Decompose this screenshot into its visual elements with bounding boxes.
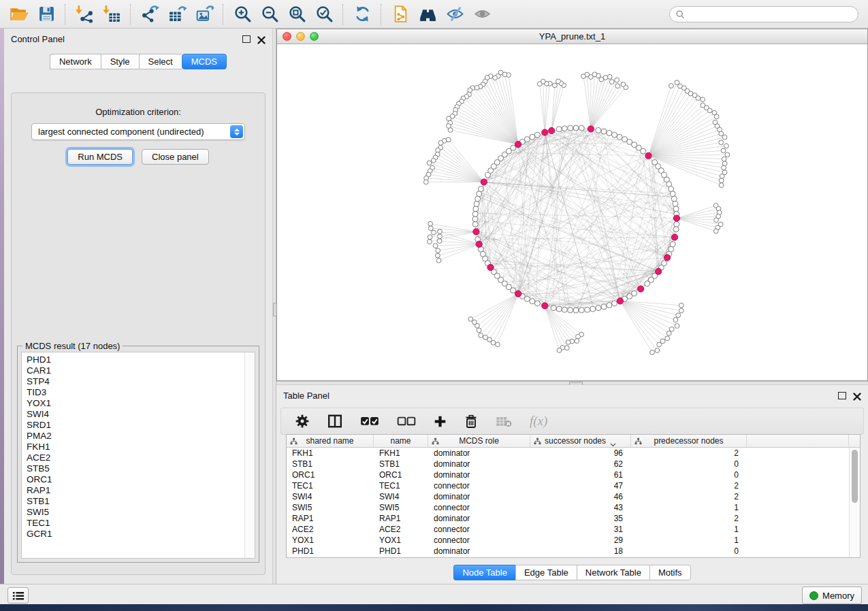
network-node[interactable] (665, 336, 670, 341)
network-hub-node[interactable] (656, 268, 662, 274)
tab-select[interactable]: Select (139, 54, 182, 69)
network-node[interactable] (472, 222, 478, 227)
export-network-icon[interactable] (136, 2, 163, 27)
network-node[interactable] (576, 334, 581, 339)
network-node[interactable] (666, 331, 671, 336)
network-node[interactable] (714, 218, 719, 222)
network-node[interactable] (436, 248, 440, 253)
network-node[interactable] (590, 306, 596, 312)
column-header-name[interactable]: name (374, 435, 428, 447)
deselect-all-icon[interactable] (397, 413, 416, 429)
network-node[interactable] (673, 318, 678, 323)
tab-node-table[interactable]: Node Table (453, 565, 515, 580)
tab-mcds[interactable]: MCDS (182, 54, 227, 69)
network-node[interactable] (609, 80, 614, 84)
float-panel-icon[interactable] (242, 35, 251, 43)
network-node[interactable] (674, 222, 679, 227)
table-row[interactable]: ACE2ACE2connector311 (287, 524, 850, 535)
network-node[interactable] (701, 97, 705, 102)
column-header-successor-nodes[interactable]: successor nodes (530, 435, 631, 447)
save-session-icon[interactable] (33, 2, 60, 27)
network-hub-node[interactable] (476, 241, 482, 247)
panel-menu-button[interactable] (7, 587, 29, 604)
memory-button[interactable]: Memory (802, 587, 862, 604)
network-node[interactable] (477, 328, 481, 333)
mcds-result-item[interactable]: PMA2 (27, 431, 255, 442)
criterion-select[interactable]: largest connected component (undirected) (31, 123, 245, 140)
network-node[interactable] (621, 82, 626, 87)
network-node[interactable] (566, 340, 570, 345)
network-node[interactable] (579, 125, 584, 131)
network-hub-node[interactable] (542, 129, 548, 135)
network-node[interactable] (436, 253, 440, 258)
mcds-result-item[interactable]: ORC1 (27, 474, 255, 485)
close-panel-button[interactable]: Close panel (142, 149, 209, 165)
add-column-icon[interactable] (434, 413, 447, 429)
network-node[interactable] (722, 165, 726, 170)
mcds-result-item[interactable]: CAR1 (27, 365, 255, 376)
mcds-result-item[interactable]: FKH1 (27, 442, 255, 452)
network-node[interactable] (601, 129, 607, 134)
network-hub-node[interactable] (617, 298, 623, 304)
network-node[interactable] (573, 125, 579, 131)
network-node[interactable] (468, 88, 472, 93)
network-node[interactable] (438, 234, 443, 239)
network-node[interactable] (645, 281, 650, 286)
export-image-icon[interactable] (191, 2, 218, 27)
network-node[interactable] (579, 308, 584, 313)
network-node[interactable] (696, 96, 701, 101)
network-node[interactable] (562, 307, 567, 312)
close-panel-icon[interactable] (257, 35, 266, 43)
network-node[interactable] (725, 152, 730, 157)
table-row[interactable]: TEC1TEC1connector472 (287, 480, 850, 491)
network-node[interactable] (617, 134, 622, 139)
network-node[interactable] (673, 206, 679, 212)
mcds-result-item[interactable]: TEC1 (27, 518, 255, 529)
network-node[interactable] (612, 132, 617, 137)
network-node[interactable] (530, 299, 535, 304)
network-node[interactable] (673, 227, 679, 232)
zoom-in-icon[interactable] (229, 2, 256, 27)
network-node[interactable] (679, 308, 684, 313)
zoom-out-icon[interactable] (256, 2, 283, 27)
network-node[interactable] (551, 306, 556, 311)
table-row[interactable]: SWI4SWI4dominator462 (287, 491, 850, 502)
tab-network[interactable]: Network (50, 54, 101, 69)
network-node[interactable] (537, 82, 542, 86)
run-mcds-button[interactable]: Run MCDS (67, 149, 133, 165)
tab-style[interactable]: Style (101, 54, 139, 69)
mcds-result-item[interactable]: GCR1 (27, 529, 255, 540)
network-node[interactable] (428, 235, 432, 240)
network-hub-node[interactable] (487, 264, 494, 270)
network-node[interactable] (432, 230, 436, 235)
network-node[interactable] (479, 333, 483, 338)
network-node[interactable] (675, 324, 679, 329)
network-node[interactable] (641, 148, 646, 154)
network-hub-node[interactable] (542, 303, 548, 309)
table-row[interactable]: PHD1PHD1dominator180 (287, 546, 850, 557)
network-node[interactable] (670, 191, 675, 197)
network-node[interactable] (660, 339, 665, 344)
network-hub-node[interactable] (673, 215, 679, 221)
open-session-icon[interactable] (5, 2, 33, 27)
tab-motifs[interactable]: Motifs (649, 565, 691, 580)
network-node[interactable] (478, 186, 483, 192)
network-node[interactable] (671, 196, 677, 201)
network-node[interactable] (721, 148, 726, 153)
mcds-result-item[interactable]: SWI5 (27, 507, 255, 518)
network-node[interactable] (431, 159, 436, 163)
network-node[interactable] (612, 301, 617, 306)
network-node[interactable] (493, 76, 498, 80)
network-node[interactable] (707, 108, 712, 113)
network-node[interactable] (657, 342, 662, 347)
network-node[interactable] (573, 308, 579, 313)
network-node[interactable] (596, 127, 601, 133)
network-node[interactable] (428, 221, 433, 226)
mcds-result-item[interactable]: SRD1 (27, 420, 255, 431)
network-node[interactable] (436, 258, 441, 263)
network-node[interactable] (438, 141, 443, 146)
tab-edge-table[interactable]: Edge Table (515, 565, 577, 580)
select-all-icon[interactable] (360, 413, 379, 429)
scrollbar-thumb[interactable] (852, 450, 858, 503)
search-input[interactable] (669, 6, 858, 22)
